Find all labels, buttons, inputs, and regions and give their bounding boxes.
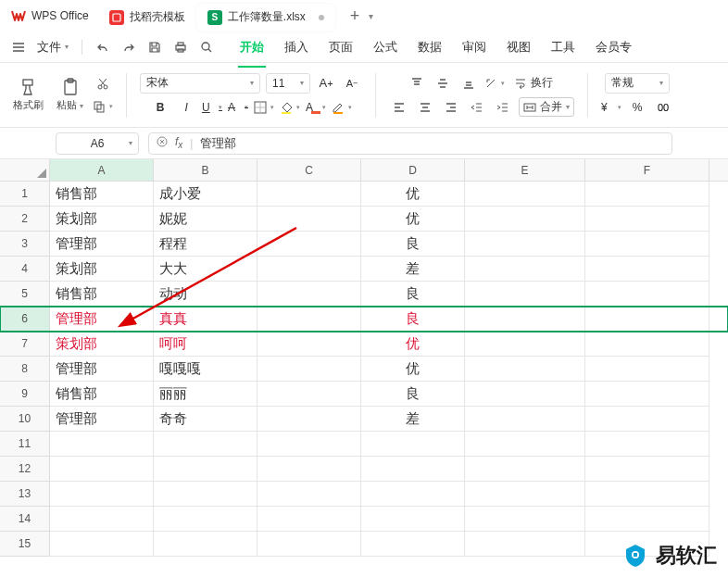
cell[interactable] [361,482,465,507]
cell[interactable] [154,507,257,532]
cell[interactable] [50,432,154,457]
cell[interactable] [465,382,585,407]
cell[interactable] [585,457,709,482]
font-color-icon[interactable]: A▾ [306,97,326,118]
cell[interactable]: 嘎嘎嘎 [154,357,257,382]
cell[interactable]: 管理部 [50,407,154,432]
row-header[interactable]: 9 [0,382,50,407]
cell[interactable] [465,282,585,307]
cell[interactable] [585,482,709,507]
cell[interactable] [361,532,465,557]
redo-icon[interactable] [118,36,140,58]
cell[interactable] [465,232,585,257]
underline-icon[interactable]: U▾ [202,97,222,118]
cell[interactable]: 管理部 [50,357,154,382]
cell[interactable] [585,407,709,432]
ribbon-tab-insert[interactable]: 插入 [282,33,310,61]
cell[interactable] [585,282,709,307]
cell[interactable]: 良 [361,307,465,332]
col-header-f[interactable]: F [585,159,709,181]
row-header[interactable]: 5 [0,282,50,307]
cell[interactable] [257,232,361,257]
row-header[interactable]: 4 [0,257,50,282]
increase-font-icon[interactable]: A+ [316,73,336,94]
cell[interactable] [257,357,361,382]
undo-icon[interactable] [92,36,114,58]
cell[interactable] [585,257,709,282]
cell[interactable]: 呵呵 [154,332,257,357]
row-header[interactable]: 8 [0,357,50,382]
cell[interactable] [257,307,361,332]
cell[interactable] [257,482,361,507]
align-bottom-icon[interactable] [458,73,479,94]
orientation-icon[interactable]: ▾ [484,73,505,94]
cell[interactable]: 策划部 [50,207,154,232]
new-tab-button[interactable]: + [343,6,368,26]
border-icon[interactable]: ▾ [254,97,274,118]
cell[interactable] [361,507,465,532]
formula-input[interactable]: fx | 管理部 [148,132,672,155]
cell[interactable] [50,507,154,532]
cell[interactable] [465,457,585,482]
cell[interactable] [585,207,709,232]
fx-icon[interactable]: fx [175,135,182,150]
cell[interactable] [257,282,361,307]
indent-decrease-icon[interactable] [467,97,487,118]
cell[interactable]: 策划部 [50,257,154,282]
cell[interactable] [154,432,257,457]
cell[interactable] [257,457,361,482]
row-header[interactable]: 7 [0,332,50,357]
print-preview-icon[interactable] [195,36,218,58]
cell[interactable] [465,432,585,457]
font-size-select[interactable]: 11▾ [266,73,310,94]
cell[interactable] [465,207,585,232]
row-header[interactable]: 6 [0,307,50,332]
cell[interactable] [585,232,709,257]
cell[interactable] [465,182,585,207]
cell[interactable] [257,182,361,207]
tab-templates[interactable]: 找稻壳模板 [98,4,196,31]
comma-style-icon[interactable]: 000 [653,97,673,118]
wrap-text-button[interactable]: 换行 [510,73,557,93]
ribbon-tab-review[interactable]: 审阅 [460,33,488,61]
cell[interactable]: 大大 [154,257,257,282]
cell[interactable]: 丽丽 [154,382,257,407]
highlight-icon[interactable]: ▾ [332,97,352,118]
decrease-font-icon[interactable]: A− [342,73,362,94]
cut-icon[interactable] [93,73,113,94]
cell[interactable]: 真真 [154,307,257,332]
merge-cells-button[interactable]: 合并▾ [519,97,574,117]
cell[interactable] [465,407,585,432]
cell[interactable]: 差 [361,257,465,282]
cell[interactable] [154,482,257,507]
cell[interactable] [50,482,154,507]
cell[interactable] [50,457,154,482]
name-box[interactable]: A6▾ [56,132,139,155]
cell[interactable] [585,307,709,332]
cell[interactable] [257,432,361,457]
cell[interactable]: 销售部 [50,182,154,207]
cell[interactable] [257,257,361,282]
cell[interactable]: 优 [361,357,465,382]
row-header[interactable]: 14 [0,507,50,532]
cell[interactable] [465,307,585,332]
cell[interactable]: 管理部 [50,307,154,332]
cell[interactable] [585,382,709,407]
cell[interactable] [585,507,709,532]
cell[interactable]: 动动 [154,282,257,307]
cell[interactable]: 成小爱 [154,182,257,207]
tab-workbook[interactable]: S 工作簿数量.xlsx [196,4,335,31]
currency-icon[interactable]: ¥▾ [601,97,621,118]
cell[interactable] [257,207,361,232]
row-header[interactable]: 13 [0,482,50,507]
number-format-select[interactable]: 常规▾ [605,73,670,94]
cell[interactable] [465,482,585,507]
paste-button[interactable]: 粘贴 ▾ [53,78,87,112]
cell[interactable] [465,507,585,532]
ribbon-tab-page[interactable]: 页面 [327,33,355,61]
cell[interactable] [465,257,585,282]
ribbon-tab-data[interactable]: 数据 [416,33,444,61]
save-icon[interactable] [144,36,166,58]
cell[interactable] [257,382,361,407]
font-select[interactable]: 宋体▾ [140,73,260,94]
